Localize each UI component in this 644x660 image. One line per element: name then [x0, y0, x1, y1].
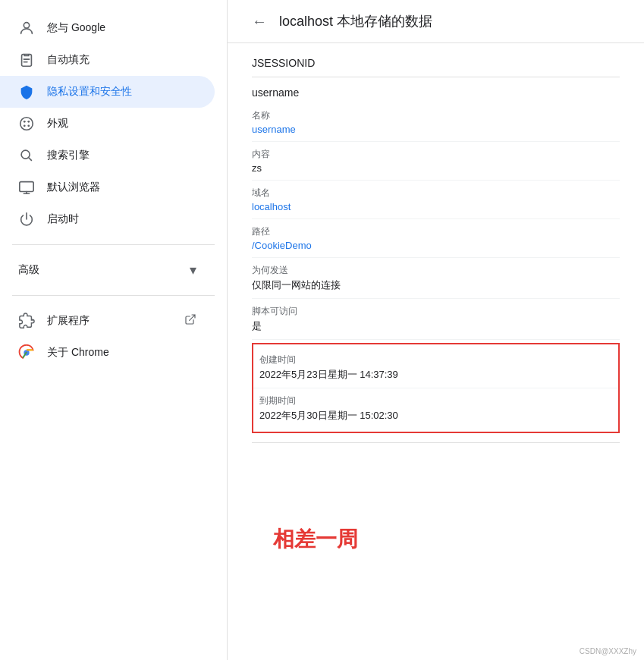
field-path-label: 路径	[252, 225, 620, 238]
cookie-section: JSESSIONID username 名称 username 内容 zs 域名…	[228, 43, 644, 443]
sidebar-item-default-browser[interactable]: 默认浏览器	[0, 171, 215, 203]
power-icon	[18, 211, 35, 228]
field-script-access: 脚本可访问 是	[252, 299, 620, 340]
field-path: 路径 /CookieDemo	[252, 219, 620, 258]
clipboard-icon	[18, 52, 35, 68]
main-panel: ← localhost 本地存储的数据 JSESSIONID username …	[228, 0, 644, 660]
sidebar-item-privacy[interactable]: 隐私设置和安全性	[0, 76, 215, 108]
svg-point-5	[24, 124, 26, 127]
sidebar-item-label: 启动时	[47, 212, 79, 226]
field-domain-label: 域名	[252, 187, 620, 200]
field-content: 内容 zs	[252, 142, 620, 181]
palette-icon	[18, 115, 35, 132]
extensions-icon	[18, 313, 35, 329]
extensions-label: 扩展程序	[47, 314, 90, 328]
sidebar-item-label: 关于 Chrome	[47, 346, 109, 360]
sidebar-divider-1	[12, 244, 215, 245]
chrome-icon	[18, 344, 35, 361]
sidebar-item-extensions[interactable]: 扩展程序	[0, 305, 215, 337]
sidebar-item-google-account[interactable]: 您与 Google	[0, 12, 215, 44]
panel-header: ← localhost 本地存储的数据	[228, 0, 644, 43]
svg-point-6	[27, 124, 30, 127]
field-content-value: zs	[252, 162, 620, 174]
field-name-label: 名称	[252, 109, 620, 122]
field-created-value: 2022年5月23日星期一 14:37:39	[259, 368, 612, 382]
jsessionid-group[interactable]: JSESSIONID	[252, 43, 620, 77]
field-expire-time: 到期时间 2022年5月30日星期一 15:02:30	[253, 388, 618, 429]
field-why-send: 为何发送 仅限同一网站的连接	[252, 258, 620, 299]
sidebar-item-label: 外观	[47, 117, 68, 130]
sidebar-divider-2	[12, 295, 215, 296]
field-script-access-label: 脚本可访问	[252, 305, 620, 318]
sidebar-item-label: 您与 Google	[47, 21, 105, 35]
svg-rect-8	[20, 182, 33, 192]
svg-point-0	[24, 23, 29, 28]
back-button[interactable]: ←	[252, 13, 267, 30]
username-group: username 名称 username 内容 zs 域名 localhost …	[252, 77, 620, 443]
jsessionid-label: JSESSIONID	[252, 57, 315, 69]
field-name: 名称 username	[252, 103, 620, 142]
field-created-label: 创建时间	[259, 354, 612, 366]
field-path-value: /CookieDemo	[252, 240, 620, 251]
svg-point-4	[27, 121, 30, 123]
sidebar-item-autofill[interactable]: 自动填充	[0, 44, 215, 76]
chevron-down-icon: ▾	[190, 262, 196, 278]
field-why-send-label: 为何发送	[252, 264, 620, 277]
sidebar-item-label: 默认浏览器	[47, 181, 100, 194]
svg-point-3	[24, 121, 26, 123]
sidebar-item-label: 搜索引擎	[47, 149, 90, 162]
svg-point-2	[20, 118, 33, 130]
sidebar-item-appearance[interactable]: 外观	[0, 108, 215, 140]
sidebar-advanced[interactable]: 高级 ▾	[0, 254, 215, 286]
sidebar: 您与 Google 自动填充 隐私设置和安全性	[0, 0, 228, 660]
external-link-icon	[184, 313, 196, 328]
sidebar-item-label: 隐私设置和安全性	[47, 85, 132, 99]
field-name-value: username	[252, 124, 620, 135]
field-expire-label: 到期时间	[259, 394, 612, 407]
field-created-time: 创建时间 2022年5月23日星期一 14:37:39	[253, 347, 618, 388]
sidebar-item-startup[interactable]: 启动时	[0, 203, 215, 235]
field-domain: 域名 localhost	[252, 181, 620, 219]
username-group-title: username	[252, 86, 620, 99]
highlighted-time-box: 创建时间 2022年5月23日星期一 14:37:39 到期时间 2022年5月…	[252, 343, 620, 433]
field-domain-value: localhost	[252, 201, 620, 212]
advanced-label: 高级	[18, 263, 39, 277]
watermark: CSDN@XXXZhy	[580, 647, 636, 655]
field-expire-value: 2022年5月30日星期一 15:02:30	[259, 409, 612, 423]
field-script-access-value: 是	[252, 319, 620, 333]
sidebar-item-search[interactable]: 搜索引擎	[0, 140, 215, 171]
field-why-send-value: 仅限同一网站的连接	[252, 278, 620, 292]
sidebar-item-about[interactable]: 关于 Chrome	[0, 337, 215, 369]
annotation-text: 相差一周	[273, 525, 358, 554]
sidebar-item-label: 自动填充	[47, 53, 90, 67]
field-content-label: 内容	[252, 148, 620, 161]
panel-title: localhost 本地存储的数据	[279, 12, 432, 30]
search-icon	[18, 147, 35, 164]
person-icon	[18, 20, 35, 36]
monitor-icon	[18, 179, 35, 196]
shield-icon	[18, 83, 35, 100]
